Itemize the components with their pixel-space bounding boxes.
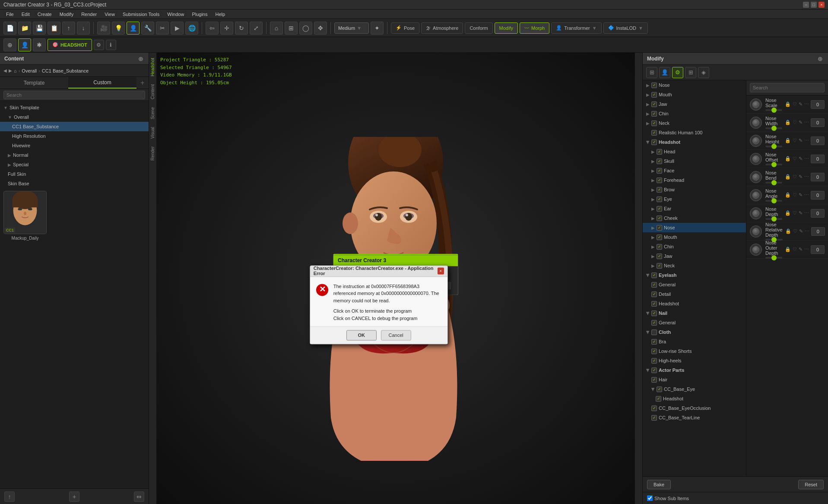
tabs-plus-btn[interactable]: + — [136, 77, 149, 89]
toolbar-hair-btn[interactable]: ✂ — [156, 22, 169, 35]
toolbar-conform-btn[interactable]: Conform — [465, 22, 492, 34]
dial-nose-height[interactable] — [750, 135, 762, 147]
menu-help[interactable]: Help — [212, 11, 228, 18]
toolbar-orbit-btn[interactable]: ◯ — [299, 22, 312, 35]
viewport[interactable]: Project Triangle : 55287 Selected Triang… — [157, 53, 634, 504]
toolbar-home-btn[interactable]: ⌂ — [270, 22, 283, 35]
morph-item-jaw-2[interactable]: ▶ Jaw — [643, 251, 746, 261]
side-tab-content[interactable]: Content — [149, 81, 156, 103]
error-close-button[interactable]: × — [438, 268, 444, 275]
morph-item-shorts[interactable]: Low-rise Shorts — [643, 346, 746, 356]
heart-icon-nd[interactable]: ♡ — [793, 210, 797, 216]
menu-render[interactable]: Render — [78, 11, 100, 18]
slider-thumb-nose-rel-depth[interactable] — [771, 237, 777, 242]
side-tab-visual[interactable]: Visual — [149, 124, 156, 142]
morph-item-nail[interactable]: ▶ Nail — [643, 308, 746, 318]
more-icon-nrd[interactable]: ⋯ — [805, 228, 809, 234]
lock-icon-nd[interactable]: 🔒 — [785, 210, 791, 216]
cb-mouth2[interactable] — [657, 235, 662, 240]
lock-icon-nrd[interactable]: 🔒 — [785, 228, 791, 234]
cb-eyelash-general[interactable] — [651, 282, 657, 288]
lock-icon-nod[interactable]: 🔒 — [785, 247, 791, 252]
menu-view[interactable]: View — [101, 11, 118, 18]
slider-track-nose-angle[interactable] — [765, 200, 782, 202]
slider-thumb-nose-bend[interactable] — [771, 180, 777, 185]
tab-custom[interactable]: Custom — [68, 77, 136, 89]
cb-forehead[interactable] — [657, 178, 662, 183]
more-icon-nh[interactable]: ⋯ — [804, 138, 809, 143]
cb-nose1[interactable] — [651, 82, 657, 88]
cb-eye-occlusion[interactable] — [651, 406, 657, 411]
slider-thumb-nose-depth[interactable] — [771, 216, 777, 222]
breadcrumb-forward-icon[interactable]: ▶ — [9, 68, 12, 73]
side-tab-headshot[interactable]: Headshot — [149, 54, 156, 80]
cb-nose2[interactable] — [657, 225, 662, 231]
slider-track-nose-depth[interactable] — [765, 218, 782, 220]
cb-shorts[interactable] — [651, 349, 657, 354]
toolbar-camera-btn[interactable]: 🎥 — [97, 22, 110, 35]
cb-heels[interactable] — [651, 358, 657, 364]
menu-submission-tools[interactable]: Submission Tools — [119, 11, 163, 18]
morph-item-eye-occlusion[interactable]: CC_Base_EyeOcclusion — [643, 403, 746, 413]
lock-icon-nw[interactable]: 🔒 — [785, 120, 791, 125]
cb-cloth[interactable] — [651, 330, 657, 335]
cb-hair[interactable] — [651, 377, 657, 383]
secondary-tool-2[interactable]: 👤 — [18, 38, 31, 51]
tab-template[interactable]: Template — [0, 77, 68, 89]
thumbnail-mackup[interactable]: CC1 Mackup_Daily — [3, 191, 47, 241]
error-ok-button[interactable]: OK — [346, 330, 377, 341]
breadcrumb-overall[interactable]: Overall — [22, 68, 37, 73]
slider-thumb-nose-outer-depth[interactable] — [771, 255, 777, 260]
cb-headshot[interactable] — [651, 139, 657, 145]
toolbar-saveas-btn[interactable]: 📋 — [48, 22, 60, 35]
more-icon-nw[interactable]: ⋯ — [804, 120, 809, 125]
morph-item-skull[interactable]: ▶ Skull — [643, 156, 746, 166]
toolbar-scale-btn[interactable]: ⤢ — [250, 22, 263, 35]
edit-icon-nrd[interactable]: ✎ — [799, 228, 803, 234]
reset-button[interactable]: Reset — [798, 480, 824, 489]
toolbar-acc-btn[interactable]: 🔧 — [141, 22, 154, 35]
morph-item-head[interactable]: ▶ Head — [643, 147, 746, 156]
more-icon-no[interactable]: ⋯ — [804, 156, 809, 162]
toolbar-morph-btn[interactable]: 〰 Morph — [520, 22, 549, 34]
show-sub-items-checkbox[interactable] — [647, 495, 653, 501]
more-icon-nd[interactable]: ⋯ — [804, 210, 809, 216]
menu-create[interactable]: Create — [34, 11, 55, 18]
edit-icon-nb[interactable]: ✎ — [799, 174, 803, 180]
left-panel-close-btn[interactable]: ⊕ — [137, 55, 144, 62]
morph-item-cc-eye-headshot[interactable]: Headshot — [643, 394, 746, 403]
tree-normal[interactable]: ▶ Normal — [0, 150, 149, 160]
rp-tool-4[interactable]: ⊞ — [685, 67, 696, 78]
toolbar-rotate-btn[interactable]: ↻ — [235, 22, 248, 35]
edit-icon[interactable]: ✎ — [799, 101, 803, 107]
slider-value-nose-rel-depth[interactable] — [811, 227, 825, 236]
morph-item-realistic[interactable]: Realistic Human 100 — [643, 128, 746, 137]
cb-neck1[interactable] — [651, 120, 657, 126]
tree-overall[interactable]: ▼ Overall — [0, 112, 149, 122]
toolbar-export-btn[interactable]: ↑ — [62, 22, 75, 35]
slider-track-nose-offset[interactable] — [765, 164, 782, 165]
toolbar-char-btn[interactable]: 👤 — [127, 22, 140, 35]
rp-tool-5[interactable]: ◈ — [698, 67, 709, 78]
lock-icon-no[interactable]: 🔒 — [785, 156, 791, 162]
cb-chin2[interactable] — [657, 244, 662, 250]
dial-nose-depth[interactable] — [750, 207, 762, 219]
edit-icon-no[interactable]: ✎ — [799, 156, 803, 162]
maximize-button[interactable]: □ — [811, 2, 817, 8]
morph-item-cc-base-eye[interactable]: ▶ CC_Base_Eye — [643, 384, 746, 394]
morph-item-tear-line[interactable]: CC_Base_TearLine — [643, 413, 746, 422]
toolbar-frame-btn[interactable]: ⊞ — [285, 22, 298, 35]
morph-item-nose-1[interactable]: ▶ Nose — [643, 80, 746, 90]
cb-jaw1[interactable] — [651, 101, 657, 107]
side-tab-render[interactable]: Render — [149, 143, 156, 164]
lock-icon[interactable]: 🔒 — [785, 101, 791, 107]
slider-track-nose-bend[interactable] — [765, 182, 782, 184]
slider-track-nose-height[interactable] — [765, 146, 782, 147]
error-cancel-button[interactable]: Cancel — [381, 330, 411, 341]
toolbar-select-btn[interactable]: ⇦ — [206, 22, 219, 35]
morph-item-headshot-group[interactable]: ▶ Headshot — [643, 137, 746, 147]
cb-realistic[interactable] — [651, 130, 657, 136]
minimize-button[interactable]: – — [803, 2, 809, 8]
menu-modify[interactable]: Modify — [56, 11, 77, 18]
dial-nose-width[interactable] — [750, 117, 762, 129]
